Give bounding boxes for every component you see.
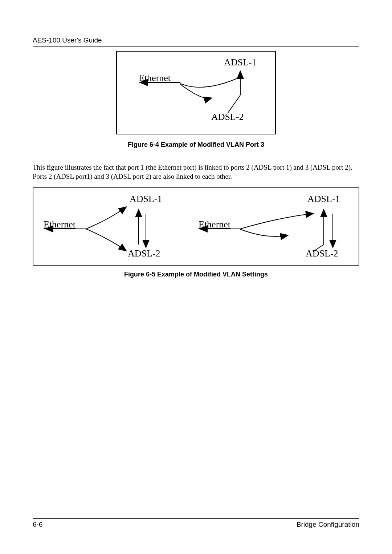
figure-6-4-diagram: Ethernet ADSL-1 ADSL-2	[116, 51, 276, 134]
paragraph-text: This figure illustrates the fact that po…	[33, 163, 359, 181]
fig2-left-adsl1-label: ADSL-1	[130, 194, 162, 205]
page-header: AES-100 User's Guide	[33, 36, 359, 47]
figure-6-5-caption: Figure 6-5 Example of Modified VLAN Sett…	[33, 271, 359, 278]
footer-page-number: 6-6	[33, 521, 42, 529]
figure-6-5-diagram: Ethernet ADSL-1 ADSL-2 Ethernet ADSL-1 A…	[33, 187, 359, 266]
fig2-left-ethernet-label: Ethernet	[44, 219, 75, 230]
fig1-ethernet-label: Ethernet	[139, 73, 171, 84]
figure-6-4-container: Ethernet ADSL-1 ADSL-2 Figure 6-4 Exampl…	[33, 51, 359, 149]
fig2-right-ethernet-label: Ethernet	[199, 219, 230, 230]
page-footer: 6-6 Bridge Configuration	[33, 518, 359, 529]
fig2-left-adsl2-label: ADSL-2	[128, 248, 160, 259]
fig1-adsl2-label: ADSL-2	[211, 112, 244, 122]
svg-line-3	[228, 95, 240, 113]
figure-6-4-caption: Figure 6-4 Example of Modified VLAN Port…	[33, 141, 359, 149]
footer-section-title: Bridge Configuration	[297, 521, 359, 529]
fig2-right-adsl1-label: ADSL-1	[307, 194, 340, 205]
fig2-right-adsl2-label: ADSL-2	[306, 248, 338, 259]
fig1-adsl1-label: ADSL-1	[224, 57, 257, 68]
